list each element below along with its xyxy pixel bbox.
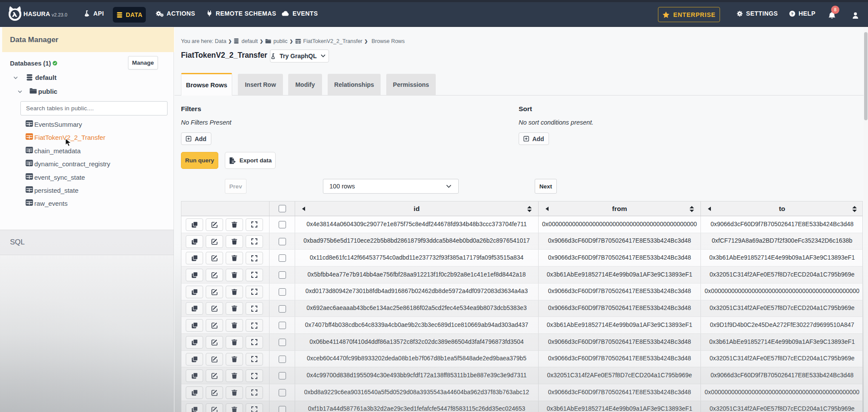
svg-text:?: ? [791, 11, 793, 16]
